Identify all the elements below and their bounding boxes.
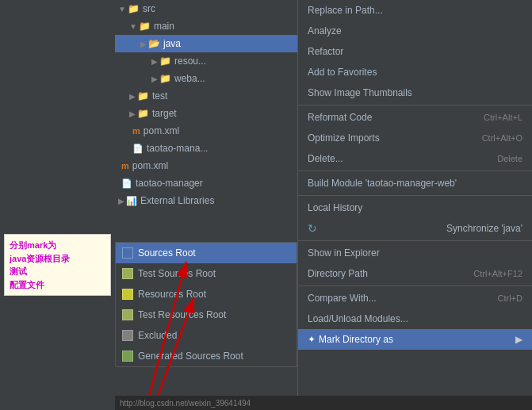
menu-reformat-code[interactable]: Reformat Code Ctrl+Alt+L	[298, 107, 532, 128]
tree-item-java[interactable]: ▶ 📂 java	[115, 35, 297, 52]
tree-item-label: java	[163, 38, 181, 49]
menu-directory-path[interactable]: Directory Path Ctrl+Alt+F12	[298, 263, 532, 284]
test-sources-color	[122, 268, 133, 279]
menu-show-in-explorer[interactable]: Show in Explorer	[298, 243, 532, 263]
tree-item-taotao1[interactable]: 📄 taotao-mana...	[115, 140, 297, 157]
menu-item-label: Directory Path	[308, 268, 368, 279]
menu-item-label: Reformat Code	[308, 112, 372, 123]
menu-analyze[interactable]: Analyze	[298, 21, 532, 41]
mark-test-sources-root[interactable]: Test Sources Root	[116, 263, 297, 284]
menu-item-label: Show in Explorer	[308, 247, 380, 259]
menu-delete[interactable]: Delete... Delete	[298, 148, 532, 169]
menu-synchronize[interactable]: ↻ Synchronize 'java'	[298, 218, 532, 239]
menu-refactor[interactable]: Refactor	[298, 41, 532, 62]
mark-test-resources-root[interactable]: Test Resources Root	[116, 305, 297, 325]
tree-item-label: pom.xml	[144, 125, 179, 136]
menu-local-history[interactable]: Local History	[298, 197, 532, 218]
tree-item-taotao2[interactable]: 📄 taotao-manager	[115, 174, 297, 192]
tree-item-main[interactable]: ▼ 📁 main	[115, 17, 297, 35]
expand-icon: ▶	[118, 197, 124, 205]
tree-item-ext-libs[interactable]: ▶ 📊 External Libraries	[115, 192, 297, 209]
expand-icon: ▶	[129, 109, 136, 118]
mark-item-label: Test Sources Root	[138, 268, 216, 279]
menu-item-label: Synchronize 'java'	[446, 223, 522, 234]
sources-root-color	[122, 247, 133, 259]
menu-item-label: Delete...	[308, 153, 343, 164]
menu-item-label: Show Image Thumbnails	[308, 87, 412, 98]
annotation-text-2: java资源根目录	[10, 254, 70, 263]
libraries-icon: 📊	[126, 196, 137, 206]
resources-color	[122, 289, 133, 300]
file-icon: 📄	[132, 144, 144, 154]
mark-generated-sources-root[interactable]: Generated Sources Root	[116, 346, 297, 366]
menu-shortcut: Ctrl+Alt+L	[484, 113, 522, 122]
menu-load-unload-modules[interactable]: Load/Unload Modules...	[298, 308, 532, 329]
tree-item-label: main	[154, 21, 174, 32]
expand-icon: ▼	[129, 22, 137, 31]
menu-item-label: Optimize Imports	[308, 132, 380, 144]
menu-add-to-favorites[interactable]: Add to Favorites	[298, 62, 532, 82]
mark-item-label: Test Resources Root	[138, 309, 226, 320]
tree-item-pom2[interactable]: m pom.xml	[115, 157, 297, 174]
menu-mark-directory-as[interactable]: ✦ Mark Directory as ▶	[298, 329, 532, 350]
context-menu: Replace in Path... Analyze Refactor Add …	[297, 0, 532, 410]
sync-icon: ↻	[308, 222, 317, 235]
file-m-icon: m	[132, 126, 140, 136]
tree-item-label: taotao-mana...	[147, 143, 208, 154]
annotation-text-3: 测试	[10, 266, 27, 276]
file-icon: 📄	[121, 178, 132, 189]
folder-icon: 📁	[128, 3, 140, 14]
folder-blue-icon: 📂	[148, 38, 160, 49]
menu-item-label: Load/Unload Modules...	[308, 313, 408, 324]
menu-show-image-thumbnails[interactable]: Show Image Thumbnails	[298, 82, 532, 103]
annotation-text-4: 配置文件	[10, 280, 44, 289]
tree-item-label: taotao-manager	[136, 178, 203, 189]
folder-icon: 📁	[159, 73, 171, 84]
mark-item-label: Generated Sources Root	[138, 351, 243, 362]
mark-directory-submenu: Sources Root Test Sources Root Resources…	[115, 242, 297, 367]
tree-item-label: src	[143, 3, 155, 14]
expand-icon: ▶	[151, 75, 158, 83]
tree-item-webapp[interactable]: ▶ 📁 weba...	[115, 70, 297, 87]
file-tree: 分别mark为 java资源根目录 测试 配置文件 ▼ 📁 src ▼ 📁 ma…	[0, 0, 297, 410]
mark-item-label: Resources Root	[138, 289, 206, 300]
menu-shortcut: Ctrl+Alt+F12	[473, 269, 522, 278]
tree-item-pom1[interactable]: m pom.xml	[115, 122, 297, 140]
menu-item-label: Analyze	[308, 25, 342, 36]
mark-sources-root[interactable]: Sources Root	[116, 243, 297, 263]
menu-shortcut: Delete	[497, 154, 522, 163]
tree-item-test[interactable]: ▶ 📁 test	[115, 87, 297, 105]
menu-item-label: Build Module 'taotao-manager-web'	[308, 178, 457, 189]
generated-color	[122, 351, 133, 362]
tree-item-resources[interactable]: ▶ 📁 resou...	[115, 52, 297, 70]
menu-compare-with[interactable]: Compare With... Ctrl+D	[298, 288, 532, 308]
tree-item-target[interactable]: ▶ 📁 target	[115, 105, 297, 122]
tree-item-label: test	[152, 90, 167, 102]
separator-2	[298, 171, 532, 171]
menu-optimize-imports[interactable]: Optimize Imports Ctrl+Alt+O	[298, 128, 532, 148]
mark-resources-root[interactable]: Resources Root	[116, 284, 297, 305]
folder-icon: 📁	[137, 90, 149, 102]
tree-item-src[interactable]: ▼ 📁 src	[115, 0, 297, 17]
expand-icon: ▶	[151, 57, 158, 66]
menu-shortcut: Ctrl+Alt+O	[482, 133, 522, 143]
folder-icon: 📁	[139, 21, 151, 32]
tree-item-label: weba...	[174, 73, 205, 84]
separator-4	[298, 240, 532, 241]
expand-icon: ▶	[129, 92, 136, 101]
folder-icon: 📁	[159, 56, 171, 67]
menu-shortcut: Ctrl+D	[498, 293, 522, 303]
menu-item-label: Compare With...	[308, 293, 377, 304]
menu-build-module[interactable]: Build Module 'taotao-manager-web'	[298, 173, 532, 194]
left-annotation-panel: 分别mark为 java资源根目录 测试 配置文件	[0, 0, 115, 410]
menu-item-label: Local History	[308, 202, 362, 213]
url-text: http://blog.csdn.net/weixin_39641494	[120, 399, 251, 408]
tree-item-label: External Libraries	[140, 195, 214, 206]
menu-item-label: Refactor	[308, 46, 343, 57]
menu-replace-in-path[interactable]: Replace in Path...	[298, 0, 532, 21]
menu-item-label: Replace in Path...	[308, 5, 383, 16]
tree-area: ▼ 📁 src ▼ 📁 main ▶ 📂 java ▶ 📁 resou... ▶…	[115, 0, 297, 242]
expand-icon: ▼	[118, 5, 126, 13]
url-bar: http://blog.csdn.net/weixin_39641494	[115, 396, 532, 410]
mark-excluded[interactable]: Excluded	[116, 325, 297, 346]
